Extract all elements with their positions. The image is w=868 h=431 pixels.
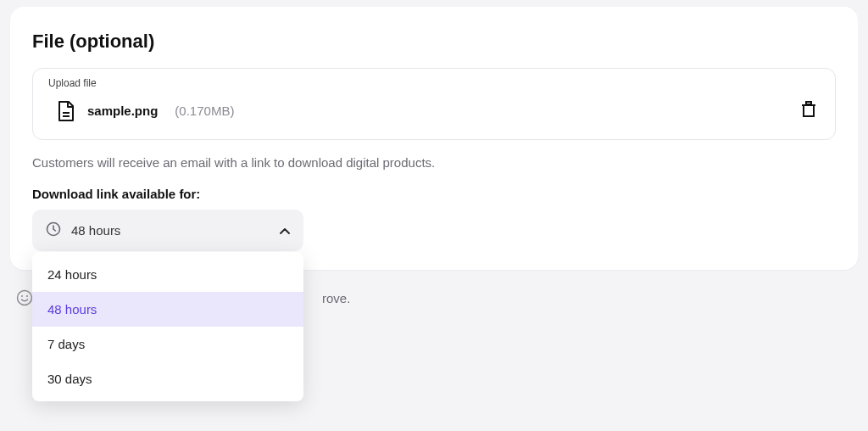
chevron-up-icon xyxy=(280,223,290,238)
svg-rect-2 xyxy=(804,105,814,116)
svg-point-7 xyxy=(21,295,23,297)
duration-select-trigger[interactable]: 48 hours xyxy=(32,210,303,251)
duration-option-24-hours[interactable]: 24 hours xyxy=(32,257,303,292)
clock-icon xyxy=(46,221,61,239)
duration-option-7-days[interactable]: 7 days xyxy=(32,327,303,361)
duration-selected-value: 48 hours xyxy=(71,223,120,238)
svg-point-6 xyxy=(18,291,32,305)
file-section-card: File (optional) Upload file sample.png (… xyxy=(10,7,858,270)
upload-file-box: Upload file sample.png (0.170MB) xyxy=(32,68,836,140)
file-size: (0.170MB) xyxy=(175,104,234,118)
file-name: sample.png xyxy=(87,104,158,118)
uploaded-file-row: sample.png (0.170MB) xyxy=(48,98,820,124)
smiley-icon xyxy=(15,288,34,307)
svg-rect-4 xyxy=(806,102,811,104)
upload-file-label: Upload file xyxy=(48,77,820,89)
file-icon xyxy=(57,100,75,122)
trash-icon xyxy=(801,108,816,120)
duration-dropdown: 24 hours 48 hours 7 days 30 days xyxy=(32,252,303,401)
svg-point-8 xyxy=(26,295,28,297)
section-title: File (optional) xyxy=(32,31,836,53)
delete-file-button[interactable] xyxy=(798,98,820,124)
footer-text-fragment: rove. xyxy=(322,291,350,305)
duration-label: Download link available for: xyxy=(32,187,836,201)
help-text: Customers will receive an email with a l… xyxy=(32,155,836,170)
duration-option-30-days[interactable]: 30 days xyxy=(32,361,303,396)
duration-option-48-hours[interactable]: 48 hours xyxy=(32,292,303,327)
duration-select: 48 hours 24 hours 48 hours 7 days 30 day… xyxy=(32,210,303,251)
